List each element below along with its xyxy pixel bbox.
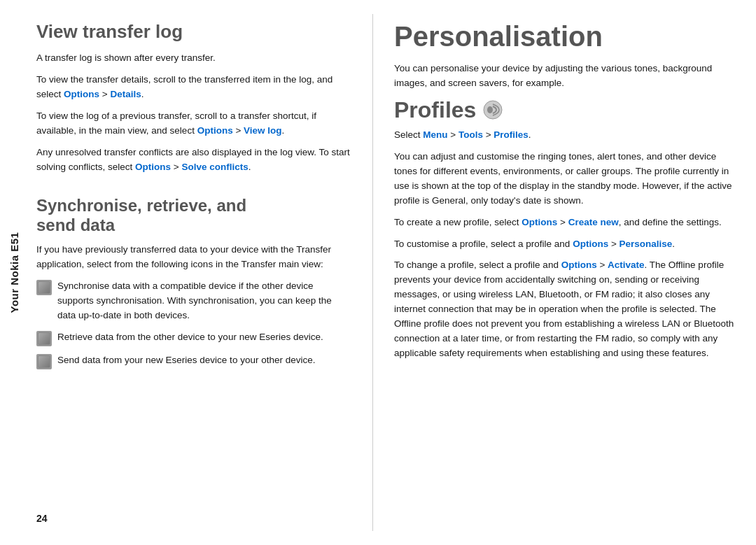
list-item-1: Synchronise data with a compatible devic… — [36, 279, 351, 323]
right-column: Personalisation You can personalise your… — [373, 0, 756, 545]
profiles-menu-link3[interactable]: Profiles — [493, 129, 528, 140]
vtl-para3-sep: > — [233, 125, 244, 136]
profiles-para2-prefix: To create a new profile, select — [394, 217, 522, 227]
profiles-para2-suffix: , and define the settings. — [619, 217, 722, 227]
list-item-3-text: Send data from your new Eseries device t… — [57, 353, 351, 368]
profiles-para2-link2[interactable]: Create new — [568, 217, 619, 227]
vtl-para3-suffix: . — [282, 125, 285, 136]
profiles-para4: To change a profile, select a profile an… — [394, 258, 735, 360]
profiles-icon — [483, 100, 503, 120]
profiles-para1: You can adjust and customise the ringing… — [394, 150, 735, 208]
profiles-para4-link2[interactable]: Activate — [608, 260, 645, 270]
profiles-para4-sep: > — [597, 260, 608, 270]
profiles-para4-prefix: To change a profile, select a profile an… — [394, 260, 561, 270]
content-area: View transfer log A transfer log is show… — [29, 0, 756, 545]
sync-icon-1 — [36, 280, 52, 295]
profiles-para2: To create a new profile, select Options … — [394, 215, 735, 230]
vtl-para1: A transfer log is shown after every tran… — [36, 51, 351, 66]
profiles-para3-prefix: To customise a profile, select a profile… — [394, 239, 573, 249]
vtl-para3-link2[interactable]: View log — [244, 125, 282, 136]
vtl-para3-link1[interactable]: Options — [197, 125, 233, 136]
profiles-para3-link2[interactable]: Personalise — [620, 239, 673, 249]
vtl-para2-link1[interactable]: Options — [64, 89, 99, 99]
sync-heading-line1: Synchronise, retrieve, and — [36, 196, 246, 215]
vtl-para4-sep: > — [171, 162, 181, 172]
view-transfer-log-heading: View transfer log — [36, 21, 351, 43]
profiles-para4-link1[interactable]: Options — [561, 260, 597, 270]
vtl-para2-link2[interactable]: Details — [110, 89, 141, 99]
list-item-2: Retrieve data from the other device to y… — [36, 330, 351, 346]
profiles-para3-link1[interactable]: Options — [573, 239, 608, 249]
page-number: 24 — [36, 499, 351, 524]
profiles-menu-suffix: . — [528, 129, 531, 140]
vtl-para2: To view the transfer details, scroll to … — [36, 73, 351, 102]
list-item-2-text: Retrieve data from the other device to y… — [57, 330, 351, 345]
profiles-menu-sep1: > — [448, 129, 458, 140]
page-container: Your Nokia E51 View transfer log A trans… — [0, 0, 756, 545]
profiles-heading-text: Profiles — [394, 98, 476, 122]
list-item-1-text: Synchronise data with a compatible devic… — [57, 279, 351, 323]
profiles-menu-link1[interactable]: Menu — [423, 129, 447, 140]
profiles-para2-sep: > — [557, 217, 568, 227]
profiles-menu-link2[interactable]: Tools — [458, 129, 483, 140]
sync-heading: Synchronise, retrieve, and send data — [36, 196, 351, 236]
vtl-para2-sep: > — [99, 89, 110, 99]
vtl-para4-suffix: . — [248, 162, 251, 172]
personalisation-heading: Personalisation — [394, 21, 735, 52]
profiles-menu-sep2: > — [483, 129, 493, 140]
personalisation-intro: You can personalise your device by adjus… — [394, 62, 735, 91]
profiles-para4-suffix: . The Offline profile prevents your devi… — [394, 260, 734, 358]
vtl-para4: Any unresolved transfer conflicts are al… — [36, 146, 351, 175]
profiles-para2-link1[interactable]: Options — [522, 217, 557, 227]
vtl-para4-link1[interactable]: Options — [135, 162, 171, 172]
sidebar: Your Nokia E51 — [0, 0, 29, 545]
vtl-para4-link2[interactable]: Solve conflicts — [181, 162, 248, 172]
profiles-para3-suffix: . — [672, 239, 675, 249]
vtl-para2-suffix: . — [141, 89, 144, 99]
left-column: View transfer log A transfer log is show… — [29, 0, 372, 545]
sync-icon-3 — [36, 354, 52, 369]
profiles-para3-sep: > — [608, 239, 619, 249]
profiles-para3: To customise a profile, select a profile… — [394, 237, 735, 252]
profiles-menu-line: Select Menu > Tools > Profiles. — [394, 128, 735, 143]
list-item-3: Send data from your new Eseries device t… — [36, 353, 351, 369]
sync-para1: If you have previously transferred data … — [36, 243, 351, 272]
vtl-para1-text: A transfer log is shown after every tran… — [36, 52, 216, 63]
profiles-menu-prefix: Select — [394, 129, 423, 140]
vtl-para3: To view the log of a previous transfer, … — [36, 109, 351, 139]
svg-point-1 — [487, 106, 493, 113]
sync-heading-line2: send data — [36, 215, 115, 234]
sync-icon-2 — [36, 331, 52, 346]
sidebar-label: Your Nokia E51 — [9, 232, 21, 313]
profiles-heading-container: Profiles — [394, 98, 735, 122]
